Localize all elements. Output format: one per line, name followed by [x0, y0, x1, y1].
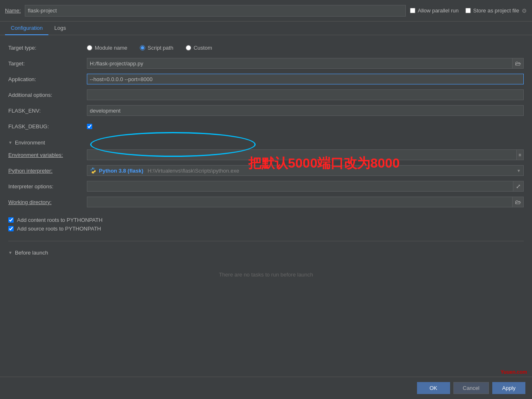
- flask-env-row: FLASK_ENV:: [8, 105, 524, 116]
- before-launch-arrow-icon: ▼: [8, 250, 12, 255]
- flask-env-input[interactable]: [87, 105, 524, 116]
- env-variables-input-wrapper: ≡: [87, 149, 524, 160]
- before-launch-header[interactable]: ▼ Before launch: [8, 246, 524, 259]
- name-input[interactable]: [25, 5, 405, 17]
- target-type-label: Target type:: [8, 45, 87, 51]
- target-browse-button[interactable]: 🗁: [512, 58, 524, 69]
- add-content-roots-label: Add content roots to PYTHONPATH: [17, 217, 103, 223]
- env-variables-input[interactable]: [87, 149, 517, 160]
- chevron-down-icon: ▼: [517, 168, 521, 173]
- python-interpreter-name: Python 3.8 (flask): [99, 168, 144, 174]
- script-path-radio-label[interactable]: Script path: [140, 45, 173, 51]
- application-label: Application:: [8, 76, 87, 82]
- application-input[interactable]: [87, 74, 524, 84]
- interpreter-options-input-wrapper: ⤢: [87, 181, 524, 192]
- cancel-button[interactable]: Cancel: [453, 382, 489, 394]
- target-input[interactable]: [87, 58, 512, 69]
- add-source-roots-label: Add source roots to PYTHONPATH: [17, 226, 101, 232]
- header-right: Allow parallel run Store as project file…: [410, 7, 527, 14]
- apply-button[interactable]: Apply: [492, 382, 525, 394]
- interpreter-options-row: Interpreter options: ⤢: [8, 180, 524, 192]
- script-path-radio[interactable]: [140, 45, 145, 50]
- flask-debug-checkbox[interactable]: [87, 124, 92, 129]
- target-type-row: Target type: Module name Script path Cus…: [8, 42, 524, 53]
- python-icon: [90, 167, 96, 174]
- flask-debug-row: FLASK_DEBUG:: [8, 120, 524, 132]
- working-directory-row: Working directory: 🗁: [8, 196, 524, 208]
- arrow-down-icon: ▼: [8, 140, 12, 145]
- allow-parallel-run-label[interactable]: Allow parallel run: [410, 7, 459, 14]
- python-interpreter-label: Python interpreter:: [8, 168, 87, 174]
- main-content: Target type: Module name Script path Cus…: [0, 35, 532, 302]
- add-source-roots-checkbox[interactable]: [8, 226, 14, 231]
- button-row: OK Cancel Apply: [0, 377, 532, 399]
- target-type-radio-row: Module name Script path Custom: [87, 45, 524, 51]
- flask-env-label: FLASK_ENV:: [8, 108, 87, 114]
- flask-debug-label: FLASK_DEBUG:: [8, 123, 87, 130]
- environment-section-header[interactable]: ▼ Environment: [8, 136, 524, 149]
- tabs-row: Configuration Logs: [0, 22, 532, 35]
- before-launch-section: ▼ Before launch There are no tasks to ru…: [8, 241, 524, 295]
- before-launch-label: Before launch: [15, 250, 48, 256]
- watermark: Yuuen.com: [0, 369, 532, 377]
- custom-radio[interactable]: [186, 45, 191, 50]
- additional-options-row: Additional options:: [8, 89, 524, 101]
- python-interpreter-select[interactable]: Python 3.8 (flask) H:\Virtualenvs\flask\…: [87, 165, 524, 176]
- svg-point-0: [92, 168, 93, 168]
- python-interpreter-row: Python interpreter:: [8, 165, 524, 176]
- additional-options-input[interactable]: [87, 89, 524, 100]
- tab-configuration[interactable]: Configuration: [5, 22, 48, 35]
- add-content-roots-row: Add content roots to PYTHONPATH: [8, 217, 524, 223]
- interpreter-options-input[interactable]: [87, 181, 513, 192]
- target-input-wrapper: 🗁: [87, 58, 524, 69]
- add-content-roots-checkbox[interactable]: [8, 217, 14, 223]
- env-variables-label: Environment variables:: [8, 152, 87, 158]
- working-directory-browse-button[interactable]: 🗁: [512, 197, 524, 207]
- application-row: Application:: [8, 73, 524, 85]
- working-directory-input[interactable]: [87, 197, 512, 207]
- custom-radio-label[interactable]: Custom: [186, 45, 212, 51]
- interpreter-options-expand-button[interactable]: ⤢: [513, 181, 524, 192]
- no-tasks-text: There are no tasks to run before launch: [8, 259, 524, 290]
- additional-options-label: Additional options:: [8, 92, 87, 98]
- flask-debug-check-row: [87, 124, 524, 129]
- allow-parallel-run-checkbox[interactable]: [410, 8, 415, 13]
- tab-logs[interactable]: Logs: [48, 22, 72, 35]
- env-variables-edit-button[interactable]: ≡: [517, 149, 524, 160]
- ok-button[interactable]: OK: [417, 382, 450, 394]
- add-source-roots-row: Add source roots to PYTHONPATH: [8, 226, 524, 232]
- header-row: Name: Allow parallel run Store as projec…: [0, 0, 532, 22]
- module-name-radio-label[interactable]: Module name: [87, 45, 127, 51]
- target-row: Target: 🗁: [8, 58, 524, 69]
- env-variables-row: Environment variables: ≡: [8, 149, 524, 161]
- name-label: Name:: [5, 7, 21, 14]
- gear-icon[interactable]: ⚙: [522, 7, 527, 14]
- working-directory-input-wrapper: 🗁: [87, 197, 524, 207]
- module-name-radio[interactable]: [87, 45, 92, 50]
- python-interpreter-path: H:\Virtualenvs\flask\Scripts\python.exe: [148, 168, 240, 174]
- store-as-project-file-checkbox[interactable]: [465, 8, 471, 13]
- store-as-project-file-label[interactable]: Store as project file ⚙: [465, 7, 527, 14]
- working-directory-label: Working directory:: [8, 199, 87, 205]
- svg-point-1: [93, 173, 94, 173]
- target-label: Target:: [8, 60, 87, 67]
- main-wrapper: 把默认5000端口改为8000 Target type: Module name…: [0, 35, 532, 369]
- interpreter-options-label: Interpreter options:: [8, 183, 87, 190]
- interpreter-text: Python 3.8 (flask) H:\Virtualenvs\flask\…: [90, 167, 239, 174]
